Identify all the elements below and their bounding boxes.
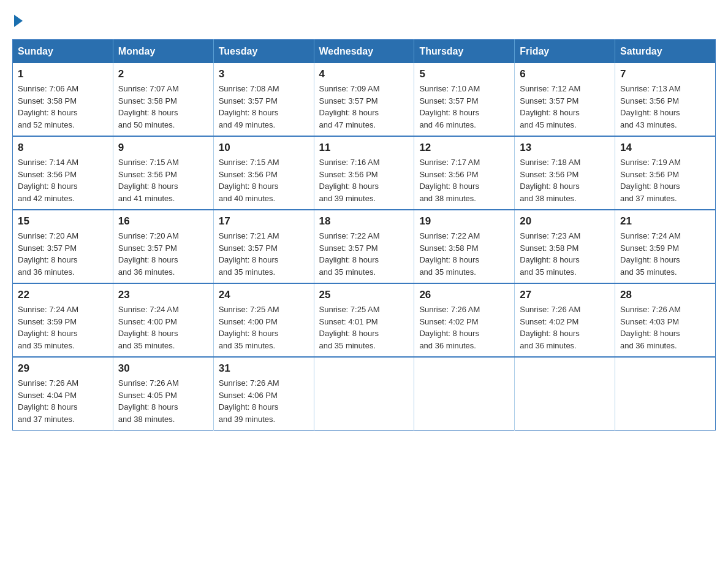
calendar-day-cell: 28 Sunrise: 7:26 AM Sunset: 4:03 PM Dayl… (615, 283, 716, 357)
day-number: 23 (118, 289, 208, 301)
calendar-week-row: 22 Sunrise: 7:24 AM Sunset: 3:59 PM Dayl… (13, 283, 716, 357)
day-number: 29 (18, 362, 108, 375)
day-info: Sunrise: 7:26 AM Sunset: 4:02 PM Dayligh… (419, 304, 509, 351)
day-of-week-header: Wednesday (314, 40, 414, 64)
day-number: 15 (18, 215, 108, 228)
day-number: 13 (520, 142, 610, 154)
calendar-week-row: 29 Sunrise: 7:26 AM Sunset: 4:04 PM Dayl… (13, 357, 716, 431)
calendar-day-cell: 21 Sunrise: 7:24 AM Sunset: 3:59 PM Dayl… (615, 210, 716, 283)
day-info: Sunrise: 7:12 AM Sunset: 3:57 PM Dayligh… (520, 83, 610, 131)
calendar-day-cell: 8 Sunrise: 7:14 AM Sunset: 3:56 PM Dayli… (13, 136, 113, 210)
day-number: 2 (118, 68, 208, 80)
day-info: Sunrise: 7:14 AM Sunset: 3:56 PM Dayligh… (18, 156, 108, 204)
day-number: 25 (319, 289, 409, 301)
day-info: Sunrise: 7:08 AM Sunset: 3:57 PM Dayligh… (219, 83, 309, 131)
day-of-week-header: Sunday (13, 40, 113, 64)
logo (12, 12, 23, 27)
day-info: Sunrise: 7:21 AM Sunset: 3:57 PM Dayligh… (219, 230, 309, 278)
day-info: Sunrise: 7:20 AM Sunset: 3:57 PM Dayligh… (118, 230, 208, 278)
calendar-day-cell: 6 Sunrise: 7:12 AM Sunset: 3:57 PM Dayli… (515, 63, 615, 136)
calendar-day-cell: 29 Sunrise: 7:26 AM Sunset: 4:04 PM Dayl… (13, 357, 113, 431)
calendar-day-cell: 22 Sunrise: 7:24 AM Sunset: 3:59 PM Dayl… (13, 283, 113, 357)
day-number: 11 (319, 142, 409, 154)
calendar-day-cell: 14 Sunrise: 7:19 AM Sunset: 3:56 PM Dayl… (615, 136, 716, 210)
day-info: Sunrise: 7:24 AM Sunset: 3:59 PM Dayligh… (18, 304, 108, 351)
day-info: Sunrise: 7:07 AM Sunset: 3:58 PM Dayligh… (118, 83, 208, 131)
day-info: Sunrise: 7:18 AM Sunset: 3:56 PM Dayligh… (520, 156, 610, 204)
calendar-day-cell: 27 Sunrise: 7:26 AM Sunset: 4:02 PM Dayl… (515, 283, 615, 357)
calendar-day-cell: 16 Sunrise: 7:20 AM Sunset: 3:57 PM Dayl… (113, 210, 213, 283)
day-info: Sunrise: 7:25 AM Sunset: 4:00 PM Dayligh… (219, 304, 309, 351)
calendar-header-row: SundayMondayTuesdayWednesdayThursdayFrid… (13, 40, 716, 64)
day-number: 4 (319, 68, 409, 80)
calendar-day-cell: 26 Sunrise: 7:26 AM Sunset: 4:02 PM Dayl… (414, 283, 515, 357)
day-number: 19 (419, 215, 509, 228)
day-number: 9 (118, 142, 208, 154)
calendar-day-cell: 18 Sunrise: 7:22 AM Sunset: 3:57 PM Dayl… (314, 210, 414, 283)
day-info: Sunrise: 7:23 AM Sunset: 3:58 PM Dayligh… (520, 230, 610, 278)
day-info: Sunrise: 7:16 AM Sunset: 3:56 PM Dayligh… (319, 156, 409, 204)
day-of-week-header: Friday (515, 40, 615, 64)
day-number: 24 (219, 289, 309, 301)
day-number: 30 (118, 362, 208, 375)
calendar-day-cell: 3 Sunrise: 7:08 AM Sunset: 3:57 PM Dayli… (213, 63, 314, 136)
day-number: 12 (419, 142, 509, 154)
day-number: 17 (219, 215, 309, 228)
calendar-day-cell: 15 Sunrise: 7:20 AM Sunset: 3:57 PM Dayl… (13, 210, 113, 283)
calendar-day-cell: 10 Sunrise: 7:15 AM Sunset: 3:56 PM Dayl… (213, 136, 314, 210)
day-number: 14 (620, 142, 710, 154)
calendar-day-cell: 9 Sunrise: 7:15 AM Sunset: 3:56 PM Dayli… (113, 136, 213, 210)
day-info: Sunrise: 7:15 AM Sunset: 3:56 PM Dayligh… (118, 156, 208, 204)
day-info: Sunrise: 7:13 AM Sunset: 3:56 PM Dayligh… (620, 83, 710, 131)
calendar-day-cell: 25 Sunrise: 7:25 AM Sunset: 4:01 PM Dayl… (314, 283, 414, 357)
logo-arrow-icon (14, 15, 23, 27)
day-info: Sunrise: 7:19 AM Sunset: 3:56 PM Dayligh… (620, 156, 710, 204)
day-number: 21 (620, 215, 710, 228)
day-info: Sunrise: 7:06 AM Sunset: 3:58 PM Dayligh… (18, 83, 108, 131)
calendar-day-cell (314, 357, 414, 431)
day-number: 1 (18, 68, 108, 80)
calendar-day-cell: 20 Sunrise: 7:23 AM Sunset: 3:58 PM Dayl… (515, 210, 615, 283)
calendar-day-cell: 7 Sunrise: 7:13 AM Sunset: 3:56 PM Dayli… (615, 63, 716, 136)
calendar-week-row: 1 Sunrise: 7:06 AM Sunset: 3:58 PM Dayli… (13, 63, 716, 136)
day-number: 28 (620, 289, 710, 301)
calendar-day-cell: 11 Sunrise: 7:16 AM Sunset: 3:56 PM Dayl… (314, 136, 414, 210)
calendar-day-cell (515, 357, 615, 431)
calendar-day-cell: 31 Sunrise: 7:26 AM Sunset: 4:06 PM Dayl… (213, 357, 314, 431)
day-info: Sunrise: 7:24 AM Sunset: 4:00 PM Dayligh… (118, 304, 208, 351)
calendar-day-cell: 17 Sunrise: 7:21 AM Sunset: 3:57 PM Dayl… (213, 210, 314, 283)
day-number: 22 (18, 289, 108, 301)
day-number: 26 (419, 289, 509, 301)
day-number: 5 (419, 68, 509, 80)
day-info: Sunrise: 7:26 AM Sunset: 4:02 PM Dayligh… (520, 304, 610, 351)
day-of-week-header: Saturday (615, 40, 716, 64)
calendar-day-cell (615, 357, 716, 431)
calendar-day-cell: 12 Sunrise: 7:17 AM Sunset: 3:56 PM Dayl… (414, 136, 515, 210)
day-number: 31 (219, 362, 309, 375)
day-of-week-header: Tuesday (213, 40, 314, 64)
calendar-week-row: 15 Sunrise: 7:20 AM Sunset: 3:57 PM Dayl… (13, 210, 716, 283)
day-info: Sunrise: 7:26 AM Sunset: 4:04 PM Dayligh… (18, 377, 108, 425)
page-header (12, 12, 716, 27)
calendar-day-cell: 24 Sunrise: 7:25 AM Sunset: 4:00 PM Dayl… (213, 283, 314, 357)
calendar-day-cell (414, 357, 515, 431)
calendar-day-cell: 1 Sunrise: 7:06 AM Sunset: 3:58 PM Dayli… (13, 63, 113, 136)
calendar-week-row: 8 Sunrise: 7:14 AM Sunset: 3:56 PM Dayli… (13, 136, 716, 210)
day-info: Sunrise: 7:24 AM Sunset: 3:59 PM Dayligh… (620, 230, 710, 278)
day-info: Sunrise: 7:22 AM Sunset: 3:57 PM Dayligh… (319, 230, 409, 278)
day-number: 6 (520, 68, 610, 80)
calendar-table: SundayMondayTuesdayWednesdayThursdayFrid… (12, 39, 716, 431)
day-of-week-header: Monday (113, 40, 213, 64)
day-of-week-header: Thursday (414, 40, 515, 64)
day-number: 18 (319, 215, 409, 228)
day-info: Sunrise: 7:15 AM Sunset: 3:56 PM Dayligh… (219, 156, 309, 204)
day-info: Sunrise: 7:26 AM Sunset: 4:03 PM Dayligh… (620, 304, 710, 351)
day-number: 8 (18, 142, 108, 154)
day-info: Sunrise: 7:25 AM Sunset: 4:01 PM Dayligh… (319, 304, 409, 351)
calendar-day-cell: 4 Sunrise: 7:09 AM Sunset: 3:57 PM Dayli… (314, 63, 414, 136)
day-info: Sunrise: 7:22 AM Sunset: 3:58 PM Dayligh… (419, 230, 509, 278)
calendar-day-cell: 19 Sunrise: 7:22 AM Sunset: 3:58 PM Dayl… (414, 210, 515, 283)
day-info: Sunrise: 7:17 AM Sunset: 3:56 PM Dayligh… (419, 156, 509, 204)
calendar-day-cell: 30 Sunrise: 7:26 AM Sunset: 4:05 PM Dayl… (113, 357, 213, 431)
day-number: 10 (219, 142, 309, 154)
